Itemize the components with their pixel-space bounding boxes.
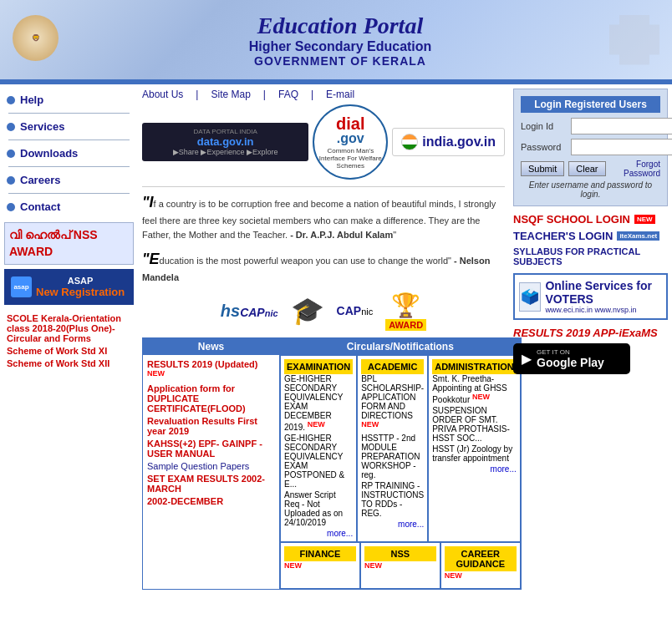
scheme-xii-link[interactable]: Scheme of Work Std XII — [7, 358, 131, 368]
india-flag-circle — [401, 134, 418, 150]
dial-gov: .gov — [337, 132, 364, 145]
news-item-dec[interactable]: 2002-DECEMBER — [147, 496, 275, 506]
nss-award-box: വി ഹെൽപ് NSS AWARD — [4, 222, 134, 265]
sidebar-divider — [8, 113, 130, 114]
sidebar-label-help: Help — [20, 94, 43, 106]
results-title: RESULTS 2019 APP-iExaMS — [513, 327, 668, 339]
admin-item-2[interactable]: SUSPENSION ORDER OF SMT. PRIVA PROTHASIS… — [432, 406, 517, 443]
top-nav-links: About Us | Site Map | FAQ | E-mail — [142, 89, 505, 100]
login-id-row: Login Id — [521, 118, 660, 134]
sidebar-item-careers[interactable]: Careers — [0, 169, 138, 191]
nsqf-login-link[interactable]: NSQF SCHOOL LOGIN NEW — [513, 213, 668, 226]
email-link[interactable]: E-mail — [326, 89, 354, 100]
hs-cap-logo[interactable]: hsCAPnic — [221, 302, 278, 321]
nss-malayalam-text: വി ഹെൽപ് NSS AWARD — [9, 228, 98, 258]
circulars-column: Circulars/Notifications EXAMINATION GE-H… — [279, 337, 522, 591]
exam-item-3[interactable]: Answer Script Req - Not Uploaded as on 2… — [284, 490, 353, 527]
dial-gov-box[interactable]: dial .gov Common Man's Interface For Wel… — [313, 104, 388, 180]
scole-link[interactable]: SCOLE Kerala-Orientation class 2018-20(P… — [7, 313, 131, 343]
new-badge: NEW — [472, 393, 490, 401]
asap-box[interactable]: asap ASAP New Registration — [4, 269, 134, 305]
india-gov-box[interactable]: india.gov.in — [392, 128, 505, 156]
cap-nic: nic — [361, 307, 373, 317]
news-item-sample[interactable]: Sample Question Papers — [147, 461, 275, 471]
bullet-icon — [7, 176, 15, 185]
voters-text-block: Online Services for VOTERS www.eci.nic.i… — [545, 279, 662, 314]
teacher-login-link[interactable]: TEACHER'S LOGIN iteXams.net — [513, 230, 668, 242]
bullet-icon — [7, 96, 15, 104]
data-gov-sub: ▶Share ▶Experience ▶Explore — [150, 148, 300, 156]
career-header: CAREER GUIDANCE — [445, 546, 517, 571]
news-item-app-form[interactable]: Application form for DUPLICATE CERTIFICA… — [147, 383, 275, 413]
teacher-badge: iteXams.net — [617, 231, 659, 241]
nss-item-new[interactable]: NEW — [364, 561, 436, 573]
login-box: Login Registered Users Login Id Password… — [513, 89, 668, 206]
sidebar-item-services[interactable]: Services — [0, 115, 138, 138]
career-item-new[interactable]: NEW — [445, 571, 517, 583]
exam-cell: EXAMINATION GE-HIGHER SECONDARY EQUIVALE… — [280, 355, 357, 542]
sidebar-item-help[interactable]: Help — [0, 89, 138, 111]
academic-item-3[interactable]: RP TRAINING - INSTRUCTIONS TO RDDs - REG… — [361, 481, 424, 518]
google-play-label: Google Play — [537, 356, 604, 369]
new-badge: NEW — [308, 420, 325, 429]
data-gov-box[interactable]: DATA PORTAL INDIA data.gov.in ▶Share ▶Ex… — [142, 123, 308, 161]
cap-logos-row: hsCAPnic 🎓 CAPnic 🏆 AWARD — [142, 292, 505, 331]
bullet-icon — [7, 203, 15, 211]
login-buttons: Submit Clear Forgot Password — [521, 160, 660, 178]
finance-item-new[interactable]: NEW — [284, 561, 356, 573]
syllabus-link[interactable]: SYLLABUS FOR PRACTICAL SUBJECTS — [513, 246, 668, 266]
academic-more-link[interactable]: more... — [361, 520, 424, 529]
logos-row: DATA PORTAL INDIA data.gov.in ▶Share ▶Ex… — [142, 104, 505, 180]
academic-item-1[interactable]: BPL SCHOLARSHIP-APPLICATION FORM AND DIR… — [361, 374, 424, 432]
circulars-header: Circulars/Notifications — [280, 338, 521, 355]
play-store-icon: ▶ — [522, 351, 532, 367]
sidebar-divider — [8, 139, 130, 140]
google-play-button[interactable]: ▶ GET IT ON Google Play — [513, 343, 630, 374]
admin-more-link[interactable]: more... — [432, 464, 517, 474]
forgot-password-link[interactable]: Forgot Password — [610, 160, 660, 178]
academic-header: ACADEMIC — [361, 359, 424, 374]
about-us-link[interactable]: About Us — [142, 89, 183, 100]
quote1-start: "I — [142, 194, 154, 210]
sidebar-item-downloads[interactable]: Downloads — [0, 142, 138, 165]
news-item-reval[interactable]: Revaluation Results First year 2019 — [147, 416, 275, 436]
submit-button[interactable]: Submit — [521, 161, 564, 176]
sidebar-divider — [8, 193, 130, 194]
voters-box[interactable]: 🗳️ Online Services for VOTERS www.eci.ni… — [513, 273, 668, 320]
sidebar-item-contact[interactable]: Contact — [0, 195, 138, 218]
dial-title: dial — [336, 115, 364, 132]
award-label: AWARD — [385, 319, 426, 331]
portal-subtitle: Higher Secondary Education — [71, 39, 609, 54]
faq-link[interactable]: FAQ — [278, 89, 298, 100]
new-badge: NEW — [361, 420, 379, 429]
scheme-xi-link[interactable]: Scheme of Work Std XI — [7, 346, 131, 356]
exam-item-2[interactable]: GE-HIGHER SECONDARY EQUIVALENCY EXAM POS… — [284, 434, 353, 489]
finance-header: FINANCE — [284, 546, 356, 561]
login-title: Login Registered Users — [521, 96, 660, 113]
password-input[interactable] — [571, 139, 672, 155]
new-badge: NEW — [284, 561, 302, 570]
kerala-logo: 🦁 — [13, 15, 59, 61]
bullet-icon — [7, 123, 15, 131]
cap-logo[interactable]: CAPnic — [337, 304, 374, 317]
award-logo[interactable]: 🏆 AWARD — [385, 292, 426, 331]
admin-item-1[interactable]: Smt. K. Preetha-Appointing at GHSS Pookk… — [432, 374, 517, 404]
sidebar-label-careers: Careers — [20, 174, 60, 186]
academic-item-2[interactable]: HSSTTP - 2nd MODULE PREPARATION WORKSHOP… — [361, 434, 424, 479]
main-container: Help Services Downloads Careers Contact … — [0, 84, 672, 594]
hs-cap-text: hsCAPnic — [221, 305, 278, 319]
news-item-kahss[interactable]: KAHSS(+2) EPF- GAINPF - USER MANUAL — [147, 439, 275, 459]
cap-text: CAP — [337, 304, 362, 317]
nss-cell: NSS NEW — [360, 542, 440, 589]
voters-title: Online Services for VOTERS — [545, 279, 662, 306]
exam-item-1[interactable]: GE-HIGHER SECONDARY EQUIVALENCY EXAM DEC… — [284, 374, 353, 432]
quote1: "If a country is to be corruption free a… — [142, 191, 505, 241]
site-map-link[interactable]: Site Map — [211, 89, 250, 100]
exam-more-link[interactable]: more... — [284, 529, 353, 538]
clear-button[interactable]: Clear — [568, 161, 605, 176]
news-item-set[interactable]: SET EXAM RESULTS 2002-MARCH — [147, 474, 275, 494]
award-trophy-icon: 🏆 — [385, 292, 426, 319]
admin-item-3[interactable]: HSST (Jr) Zoology by transfer appointmen… — [432, 444, 517, 463]
login-id-input[interactable] — [571, 118, 672, 134]
news-item-results[interactable]: RESULTS 2019 (Updated) NEW — [147, 359, 275, 382]
